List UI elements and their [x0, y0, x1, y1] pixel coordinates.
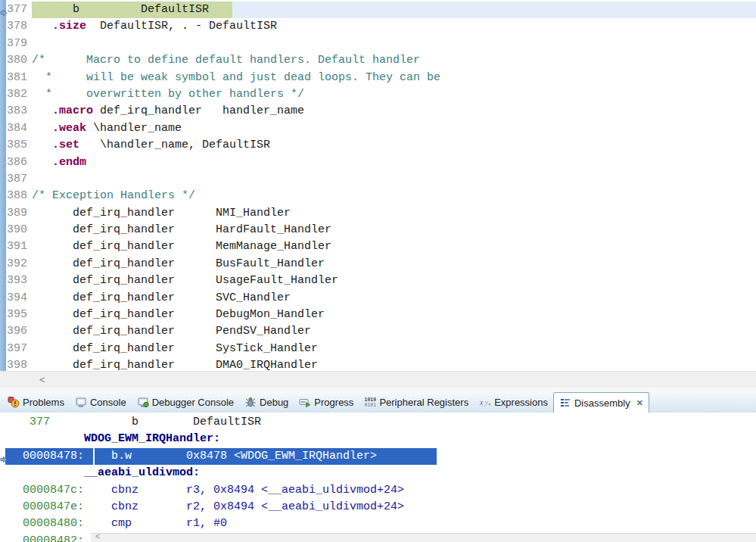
scroll-left-arrow-icon[interactable]: < — [39, 374, 45, 385]
code-text: def_irq_handler SysTick_Handler — [32, 341, 318, 357]
editor-line[interactable]: 385 .set \handler_name, DefaultISR — [0, 137, 756, 154]
code-text: /* Exception Handlers */ — [32, 188, 195, 204]
tab-debugger-console[interactable]: Debugger Console — [132, 391, 239, 413]
gap — [84, 500, 111, 513]
disassembly-instruction-row[interactable]: 0000847e: cbnz r2, 0x8494 <__aeabi_uldiv… — [0, 499, 756, 516]
editor-line[interactable]: 393 def_irq_handler UsageFault_Handler — [0, 273, 756, 289]
disassembly-panel[interactable]: 377 b DefaultISR WDOG_EWM_IRQHandler:000… — [0, 413, 756, 542]
code-segment: def_irq_handler MemManage_Handler — [32, 240, 331, 253]
line-number: 397 — [7, 341, 27, 357]
disassembly-label-row[interactable]: WDOG_EWM_IRQHandler: — [0, 431, 756, 447]
code-segment: def_irq_handler DebugMon_Handler — [32, 308, 325, 321]
scroll-left-arrow-icon[interactable]: < — [95, 531, 100, 540]
editor-line[interactable]: 378 .size DefaultISR, . - DefaultISR — [0, 18, 756, 35]
code-segment: /* Exception Handlers */ — [32, 189, 195, 202]
code-segment — [32, 139, 52, 151]
code-text: .endm — [32, 154, 86, 171]
line-number: 385 — [7, 137, 27, 154]
disassembly-instruction-row[interactable]: 0000847c: cbnz r3, 0x8494 <__aeabi_uldiv… — [0, 482, 756, 499]
editor-line[interactable]: 387 — [0, 171, 756, 188]
editor-line[interactable]: 398 def_irq_handler DMA0_IRQHandler — [0, 357, 756, 371]
disassembly-segment: 377 — [23, 416, 50, 428]
disassembly-source-row[interactable]: 377 b DefaultISR — [0, 414, 756, 431]
tab-peripheral-registers[interactable]: 10100101Peripheral Registers — [359, 391, 474, 413]
instruction-operands: r2, 0x8494 <__aeabi_uldivmod+24> — [186, 500, 404, 513]
editor-line[interactable]: 388/* Exception Handlers */ — [0, 188, 756, 204]
editor-line[interactable]: 396 def_irq_handler PendSV_Handler — [0, 323, 756, 340]
editor-line[interactable]: 383 .macro def_irq_handler handler_name — [0, 103, 756, 120]
instruction-address: 00008478: — [23, 450, 84, 463]
code-segment: def_irq_handler NMI_Handler — [32, 207, 291, 220]
editor-line[interactable]: 386 .endm — [0, 154, 756, 171]
editor-line[interactable]: 384 .weak \handler_name — [0, 120, 756, 137]
gap — [84, 517, 111, 530]
code-segment — [32, 122, 52, 135]
code-segment: DefaultISR, . - DefaultISR — [86, 20, 277, 33]
tab-problems[interactable]: Problems — [2, 391, 70, 413]
line-number: 383 — [7, 103, 27, 120]
disassembly-segment: __aeabi_uldivmod: — [84, 466, 200, 479]
disassembly-rows: 377 b DefaultISR WDOG_EWM_IRQHandler:000… — [0, 414, 756, 542]
tab-disassembly[interactable]: Disassembly✕ — [553, 392, 649, 413]
code-text: def_irq_handler UsageFault_Handler — [32, 273, 338, 289]
code-text: def_irq_handler NMI_Handler — [32, 205, 291, 222]
tab-label: Debugger Console — [152, 397, 234, 408]
instruction-mnemonic: cmp — [111, 517, 186, 530]
problems-icon — [8, 396, 20, 408]
code-text: def_irq_handler DMA0_IRQHandler — [32, 357, 318, 371]
code-segment: * will be weak symbol and just dead loop… — [32, 71, 440, 84]
code-text: def_irq_handler HardFault_Handler — [32, 222, 331, 238]
code-text: /* Macro to define default handlers. Def… — [32, 52, 420, 69]
tab-progress[interactable]: Progress — [294, 391, 359, 413]
code-segment: \handler_name, DefaultISR — [79, 139, 270, 151]
line-number: 384 — [7, 120, 27, 137]
editor-horizontal-scrollbar[interactable]: < — [0, 371, 756, 388]
code-segment — [32, 20, 52, 33]
svg-text:y: y — [484, 398, 489, 406]
code-segment: * overwritten by other handlers */ — [32, 88, 304, 101]
tab-label: Expressions — [494, 397, 548, 408]
instruction-address: 00008480: — [23, 517, 84, 530]
gap — [84, 450, 111, 463]
line-number: 395 — [7, 307, 27, 323]
instruction-operands: 0x8478 <WDOG_EWM_IRQHandler> — [186, 450, 377, 463]
close-icon[interactable]: ✕ — [636, 398, 643, 408]
editor-line[interactable]: 389 def_irq_handler NMI_Handler — [0, 205, 756, 222]
code-text: * will be weak symbol and just dead loop… — [32, 70, 440, 86]
editor-line[interactable]: 394 def_irq_handler SVC_Handler — [0, 290, 756, 307]
tab-label: Problems — [23, 397, 64, 408]
disassembly-horizontal-scrollbar[interactable]: < — [91, 533, 756, 542]
editor-line[interactable]: 392 def_irq_handler BusFault_Handler — [0, 256, 756, 273]
code-editor[interactable]: 377 b DefaultISR378 .size DefaultISR, . … — [0, 0, 756, 371]
editor-line[interactable]: 395 def_irq_handler DebugMon_Handler — [0, 307, 756, 323]
editor-line[interactable]: 390 def_irq_handler HardFault_Handler — [0, 222, 756, 238]
editor-line[interactable]: 377 b DefaultISR — [0, 2, 756, 18]
line-number: 392 — [7, 256, 27, 273]
disassembly-label-row[interactable]: __aeabi_uldivmod: — [0, 465, 756, 481]
tab-label: Progress — [314, 397, 353, 408]
editor-line[interactable]: 379 — [0, 36, 756, 52]
editor-line[interactable]: 382 * overwritten by other handlers */ — [0, 86, 756, 103]
code-text: b DefaultISR — [32, 2, 209, 18]
editor-line[interactable]: 380/* Macro to define default handlers. … — [0, 52, 756, 69]
tab-expressions[interactable]: xyExpressions — [474, 391, 553, 413]
disassembly-segment — [23, 466, 84, 479]
code-text: def_irq_handler BusFault_Handler — [32, 256, 325, 273]
tab-debug[interactable]: Debug — [239, 391, 294, 413]
code-segment: b DefaultISR — [32, 3, 209, 16]
tab-console[interactable]: Console — [70, 391, 132, 413]
editor-line[interactable]: 397 def_irq_handler SysTick_Handler — [0, 341, 756, 357]
code-segment: def_irq_handler UsageFault_Handler — [32, 274, 338, 287]
code-segment: def_irq_handler SVC_Handler — [32, 291, 291, 304]
line-number: 382 — [7, 86, 27, 103]
line-number: 387 — [7, 171, 27, 188]
code-segment: def_irq_handler DMA0_IRQHandler — [32, 359, 318, 371]
gap — [84, 484, 111, 497]
line-number: 393 — [7, 273, 27, 289]
ide-window: 377 b DefaultISR378 .size DefaultISR, . … — [0, 0, 756, 542]
editor-line[interactable]: 381 * will be weak symbol and just dead … — [0, 70, 756, 86]
editor-line[interactable]: 391 def_irq_handler MemManage_Handler — [0, 238, 756, 255]
disassembly-instruction-row[interactable]: 00008480: cmp r1, #0 — [0, 516, 756, 532]
disassembly-instruction-row[interactable]: 00008478: b.w 0x8478 <WDOG_EWM_IRQHandle… — [0, 448, 756, 465]
instruction-address: 00008482: — [23, 534, 84, 542]
